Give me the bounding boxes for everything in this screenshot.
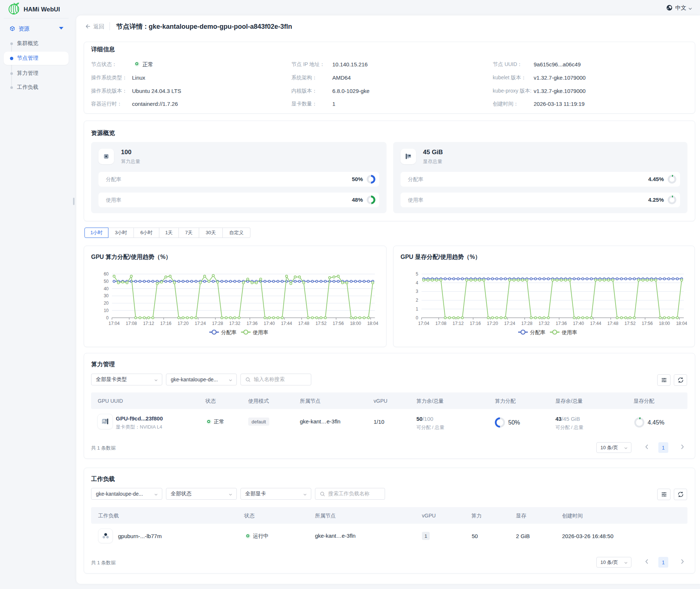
svg-text:17:36: 17:36 xyxy=(246,321,257,326)
svg-text:20: 20 xyxy=(104,301,109,306)
svg-text:1: 1 xyxy=(416,306,418,312)
svg-text:17:32: 17:32 xyxy=(538,321,550,326)
svg-text:17:04: 17:04 xyxy=(108,321,119,326)
svg-text:17:56: 17:56 xyxy=(642,321,653,326)
svg-text:3: 3 xyxy=(416,289,418,294)
svg-text:17:16: 17:16 xyxy=(160,321,171,326)
svg-text:17:36: 17:36 xyxy=(556,321,567,326)
svg-text:40: 40 xyxy=(104,286,109,291)
svg-text:17:20: 17:20 xyxy=(487,321,498,326)
svg-text:17:40: 17:40 xyxy=(573,321,584,326)
svg-text:17:48: 17:48 xyxy=(298,321,309,326)
svg-text:17:40: 17:40 xyxy=(264,321,275,326)
svg-text:17:24: 17:24 xyxy=(195,321,206,326)
svg-text:17:56: 17:56 xyxy=(333,321,344,326)
svg-text:17:16: 17:16 xyxy=(470,321,481,326)
svg-text:4: 4 xyxy=(416,280,418,285)
svg-text:17:28: 17:28 xyxy=(521,321,533,326)
svg-text:0: 0 xyxy=(416,315,418,321)
svg-text:50: 50 xyxy=(104,279,109,284)
svg-text:5: 5 xyxy=(416,271,418,277)
svg-text:18:04: 18:04 xyxy=(367,321,378,326)
svg-text:17:08: 17:08 xyxy=(126,321,137,326)
svg-text:17:52: 17:52 xyxy=(624,321,635,326)
svg-text:30: 30 xyxy=(104,293,109,298)
svg-text:17:28: 17:28 xyxy=(212,321,223,326)
svg-text:使用率: 使用率 xyxy=(253,329,268,335)
svg-text:18:00: 18:00 xyxy=(350,321,361,326)
svg-text:分配率: 分配率 xyxy=(530,329,545,335)
svg-text:18:00: 18:00 xyxy=(659,321,670,326)
svg-text:60: 60 xyxy=(104,271,109,277)
svg-text:17:20: 17:20 xyxy=(177,321,188,326)
svg-text:18:04: 18:04 xyxy=(676,321,687,326)
svg-text:使用率: 使用率 xyxy=(561,329,577,335)
svg-text:17:08: 17:08 xyxy=(435,321,446,326)
svg-text:分配率: 分配率 xyxy=(221,329,237,335)
svg-text:10: 10 xyxy=(104,308,109,313)
svg-text:17:32: 17:32 xyxy=(229,321,240,326)
svg-text:17:44: 17:44 xyxy=(590,321,601,326)
svg-text:2: 2 xyxy=(416,298,418,303)
svg-text:17:04: 17:04 xyxy=(418,321,429,326)
svg-text:17:44: 17:44 xyxy=(281,321,292,326)
svg-text:0: 0 xyxy=(106,315,109,321)
svg-text:17:12: 17:12 xyxy=(143,321,154,326)
svg-text:17:24: 17:24 xyxy=(504,321,515,326)
svg-text:17:48: 17:48 xyxy=(607,321,618,326)
svg-text:17:12: 17:12 xyxy=(453,321,464,326)
svg-text:17:52: 17:52 xyxy=(315,321,326,326)
